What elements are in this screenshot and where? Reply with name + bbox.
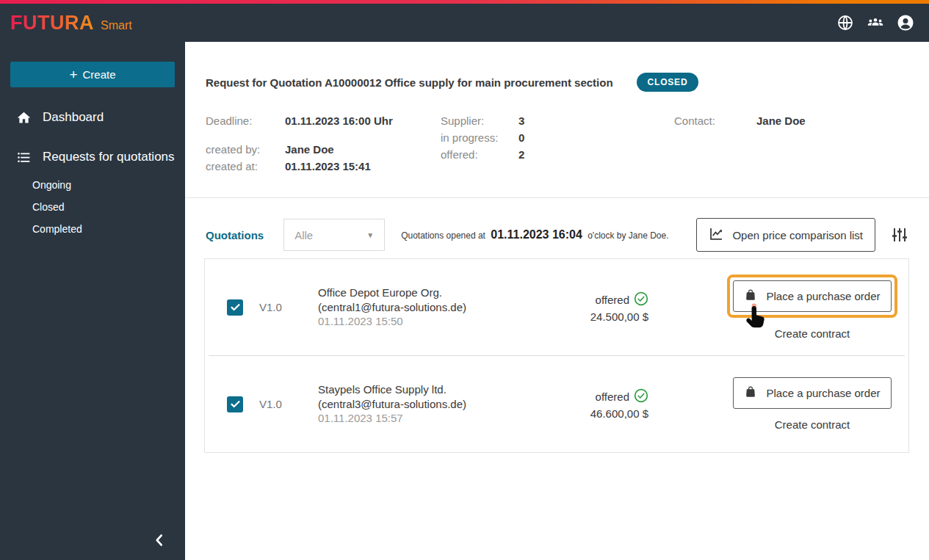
rfq-details: Deadline: 01.11.2023 16:00 Uhr created b… (206, 112, 908, 178)
supplier-email: (central1@futura-solutions.de) (318, 300, 538, 315)
sidebar-collapse-button[interactable] (150, 531, 169, 550)
detail-offered: offered: 2 (441, 146, 524, 163)
contact-value: Jane Doe (756, 112, 806, 129)
offered-value: 2 (518, 146, 524, 163)
main-layout: + Create Dashboard Requests for quotatio… (0, 42, 929, 560)
shopping-bag-icon (744, 288, 757, 304)
supplier-info: Office Depot Europe Org. (central1@futur… (318, 286, 538, 329)
create-button[interactable]: + Create (10, 62, 175, 87)
sidebar-sublist: Ongoing Closed Completed (32, 174, 185, 240)
quotation-status: offered 46.600,00 $ (560, 388, 648, 420)
quotations-opened-text: Quotations opened at 01.11.2023 16:04 o'… (401, 228, 668, 241)
shopping-bag-icon (744, 385, 757, 401)
deadline-label: Deadline: (206, 112, 285, 129)
sidebar-item-closed[interactable]: Closed (32, 196, 185, 218)
detail-in-progress: in progress: 0 (441, 129, 524, 146)
in-progress-label: in progress: (441, 129, 518, 146)
status-text: offered (596, 390, 629, 403)
detail-deadline: Deadline: 01.11.2023 16:00 Uhr (206, 112, 393, 129)
created-by-label: created by: (206, 141, 285, 158)
supplier-value: 3 (518, 112, 524, 129)
supplier-email: (central3@futura-solutions.de) (318, 397, 538, 412)
supplier-name: Staypels Office Supply ltd. (318, 382, 538, 397)
account-icon[interactable] (897, 14, 914, 32)
header-icons (836, 14, 914, 32)
created-by-value: Jane Doe (285, 141, 334, 158)
page: FUTURA Smart (0, 0, 929, 560)
place-purchase-order-button[interactable]: Place a purchase order (733, 280, 891, 312)
chevron-left-icon (150, 541, 169, 552)
row-checkbox[interactable] (227, 299, 243, 316)
plus-icon: + (69, 68, 77, 81)
quotation-date: 01.11.2023 15:57 (318, 411, 538, 426)
contact-label: Contact: (674, 112, 756, 129)
section-divider (185, 197, 929, 198)
rfq-header: Request for Quotation A10000012 Office s… (206, 73, 908, 92)
details-column-dates: Deadline: 01.11.2023 16:00 Uhr created b… (206, 112, 393, 175)
logo-text: FUTURA (10, 12, 94, 34)
chevron-down-icon: ▼ (366, 231, 374, 239)
opened-suffix: o'clock by Jane Doe. (588, 230, 668, 241)
detail-contact: Contact: Jane Doe (674, 112, 806, 129)
row-actions: Place a purchase order Create contract (732, 377, 892, 431)
sidebar-item-label: Requests for quotations (43, 150, 175, 164)
open-price-comparison-button[interactable]: Open price comparison list (696, 218, 875, 252)
page-title: Request for Quotation A10000012 Office s… (206, 76, 613, 89)
check-circle-icon (634, 291, 648, 308)
quotation-status: offered 24.500,00 $ (560, 291, 648, 323)
create-contract-link[interactable]: Create contract (775, 327, 850, 340)
details-column-counts: Supplier: 3 in progress: 0 offered: 2 (441, 112, 524, 163)
line-chart-icon (709, 226, 724, 244)
status-text: offered (596, 294, 629, 306)
supplier-name: Office Depot Europe Org. (318, 286, 538, 300)
annotation-highlight: Place a purchase order (727, 274, 897, 318)
created-at-label: created at: (206, 158, 285, 175)
in-progress-value: 0 (518, 129, 524, 146)
app-logo: FUTURA Smart (10, 12, 132, 34)
logo-suffix: Smart (101, 19, 132, 32)
supplier-info: Staypels Office Supply ltd. (central3@fu… (318, 382, 538, 426)
app-header: FUTURA Smart (0, 4, 929, 42)
detail-created-by: created by: Jane Doe (206, 141, 393, 158)
content-area: Request for Quotation A10000012 Office s… (185, 42, 929, 560)
row-checkbox[interactable] (227, 396, 243, 412)
quotations-filter-select[interactable]: Alle ▼ (283, 219, 385, 251)
status-badge: CLOSED (637, 73, 699, 92)
sidebar-item-dashboard[interactable]: Dashboard (0, 108, 185, 127)
quotation-version: V1.0 (259, 301, 293, 313)
filter-selected-value: Alle (294, 229, 313, 241)
check-circle-icon (634, 388, 648, 405)
created-at-value: 01.11.2023 15:41 (285, 158, 371, 175)
offered-label: offered: (441, 146, 518, 163)
create-contract-link[interactable]: Create contract (775, 418, 850, 431)
sidebar-item-ongoing[interactable]: Ongoing (32, 174, 185, 196)
detail-created-at: created at: 01.11.2023 15:41 (206, 158, 393, 175)
list-icon (16, 150, 32, 165)
sidebar-item-requests-for-quotations[interactable]: Requests for quotations (0, 148, 185, 167)
quotation-date: 01.11.2023 15:50 (318, 314, 538, 329)
sidebar: + Create Dashboard Requests for quotatio… (0, 42, 185, 560)
quotation-row: V1.0 Staypels Office Supply ltd. (centra… (205, 356, 908, 452)
quotation-version: V1.0 (259, 398, 293, 410)
quotations-toolbar: Quotations Alle ▼ Quotations opened at 0… (206, 217, 908, 252)
details-column-contact: Contact: Jane Doe (674, 112, 806, 129)
filter-tune-icon[interactable] (891, 226, 908, 244)
supplier-label: Supplier: (441, 112, 518, 129)
sidebar-item-completed[interactable]: Completed (32, 218, 185, 240)
globe-icon[interactable] (836, 14, 854, 32)
open-price-comparison-label: Open price comparison list (732, 229, 863, 241)
users-icon[interactable] (867, 14, 884, 32)
row-actions: Place a purchase order Create contract (732, 274, 892, 340)
detail-supplier-count: Supplier: 3 (441, 112, 524, 129)
quotation-price: 46.600,00 $ (590, 407, 648, 420)
deadline-value: 01.11.2023 16:00 Uhr (285, 112, 393, 129)
home-icon (16, 110, 32, 126)
quotation-row: V1.0 Office Depot Europe Org. (central1@… (205, 259, 908, 355)
create-button-label: Create (83, 68, 116, 81)
quotation-price: 24.500,00 $ (590, 310, 648, 323)
quotations-section-label: Quotations (206, 229, 264, 241)
sidebar-item-label: Dashboard (43, 110, 104, 125)
place-purchase-order-label: Place a purchase order (766, 290, 880, 302)
quotations-table: V1.0 Office Depot Europe Org. (central1@… (204, 258, 909, 453)
place-purchase-order-button[interactable]: Place a purchase order (733, 377, 891, 409)
